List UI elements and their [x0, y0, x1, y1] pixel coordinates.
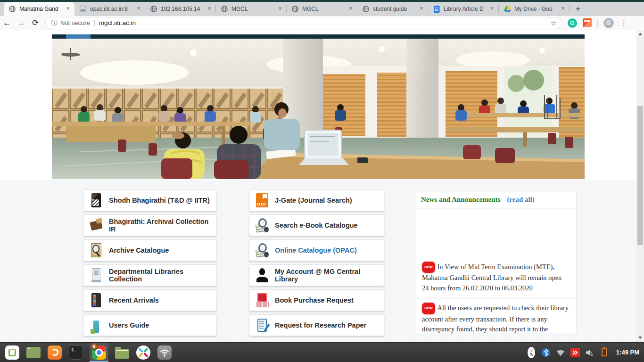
close-icon[interactable]: ×	[488, 5, 496, 13]
quick-link-recent-arrivals[interactable]: Recent Arrivals	[83, 289, 217, 311]
bookshelf-icon	[90, 292, 103, 308]
back-button[interactable]: ←	[0, 18, 14, 28]
scroll-up-arrow-icon[interactable]	[638, 33, 642, 35]
globe-icon	[362, 5, 370, 13]
info-icon[interactable]: ⓘ	[51, 19, 58, 27]
read-all-link[interactable]: (read all)	[507, 196, 534, 204]
news-title: News and Announcements	[421, 196, 500, 204]
volume-muted-icon[interactable]	[585, 348, 594, 357]
slack-tray-icon[interactable]	[528, 349, 535, 356]
tab-ip-address[interactable]: 192.168.105.14 ×	[145, 2, 216, 16]
quick-link-shodh-bhagirathi[interactable]: Shodh Bhagirathi (T&D @ IITR)	[83, 189, 217, 211]
close-icon[interactable]: ×	[276, 5, 284, 13]
webpage-viewport: Shodh Bhagirathi (T&D @ IITR) Bhagirathi…	[0, 31, 644, 342]
quick-links-section: Shodh Bhagirathi (T&D @ IITR) Bhagirathi…	[0, 181, 636, 342]
quick-link-jgate[interactable]: J-Gate (Journal Search)	[249, 189, 384, 211]
quick-link-research-paper[interactable]: Request for Research Paper	[249, 314, 384, 336]
chrome-window-count-badge: 6	[91, 343, 98, 350]
site-nav-active-item[interactable]	[66, 34, 91, 39]
book-search-icon	[256, 242, 269, 258]
address-bar[interactable]: ⓘ Not secure mgcl.iitr.ac.in ☆	[45, 17, 562, 29]
quick-link-label: Archive Catalogue	[109, 247, 169, 254]
tab-mgcl-2[interactable]: MGCL ×	[287, 2, 357, 16]
divider	[597, 19, 598, 27]
quick-link-label: My Account @ MG Central Library	[275, 268, 384, 283]
quick-links-column-left: Shodh Bhagirathi (T&D @ IITR) Bhagirathi…	[83, 189, 217, 339]
quick-link-label: Recent Arrivals	[109, 296, 159, 304]
book-search-icon	[256, 217, 269, 233]
quick-link-label: Book Purchase Request	[275, 296, 354, 304]
wifi-tray-icon[interactable]	[556, 348, 565, 357]
library-photo	[52, 39, 585, 179]
tab-library-article[interactable]: Library Article D ×	[428, 2, 499, 16]
new-badge: new	[422, 303, 435, 314]
news-item-text: In View of Mid Term Examination (MTE), M…	[422, 263, 561, 292]
site-navbar[interactable]	[52, 34, 585, 39]
quick-link-label: Request for Research Paper	[275, 321, 366, 329]
bookmark-star-icon[interactable]: ☆	[551, 19, 557, 27]
tab-title: My Drive - Goo	[514, 6, 556, 12]
url-text[interactable]: mgcl.iitr.ac.in	[99, 19, 551, 26]
tab-opac[interactable]: opac.iitr.ac.in:8 ×	[74, 2, 145, 16]
network-app-launcher[interactable]	[157, 345, 172, 360]
news-panel: News and Announcements (read all) newIn …	[415, 191, 577, 333]
quick-link-archive-catalogue[interactable]: Archive Catalogue	[83, 239, 217, 261]
browser-menu-icon[interactable]: ⋮	[619, 19, 633, 27]
slack-launcher[interactable]	[136, 345, 151, 360]
google-drive-icon	[504, 5, 511, 13]
close-icon[interactable]: ×	[206, 5, 213, 13]
quick-link-label: Departmental Libraries Collection	[109, 268, 216, 283]
close-icon[interactable]: ×	[559, 5, 567, 13]
guide-kiosk-icon	[90, 317, 103, 333]
firefox-launcher[interactable]	[47, 345, 62, 360]
tab-student-guide[interactable]: student guide ×	[357, 2, 428, 16]
close-icon[interactable]: ×	[64, 5, 72, 13]
quick-links-column-middle: J-Gate (Journal Search) Search e-Book Ca…	[249, 189, 384, 339]
tab-title: 192.168.105.14	[161, 6, 202, 12]
quick-link-ebook-catalogue[interactable]: Search e-Book Catalogue	[249, 214, 384, 236]
close-icon[interactable]: ×	[135, 5, 142, 13]
globe-icon	[8, 5, 16, 13]
archive-search-icon	[90, 242, 103, 258]
forward-button[interactable]: →	[14, 18, 28, 28]
reload-button[interactable]: ⟳	[28, 18, 42, 28]
anydesk-icon[interactable]	[570, 348, 580, 357]
globe-icon	[150, 5, 157, 13]
image-icon	[79, 5, 87, 13]
quick-link-label: J-Gate (Journal Search)	[275, 197, 352, 204]
quick-link-opac[interactable]: Online Catalogue (OPAC)	[249, 239, 384, 261]
tab-my-drive[interactable]: My Drive - Goo ×	[499, 2, 570, 16]
taskbar-clock[interactable]: 1:49 PM	[616, 349, 639, 356]
bluetooth-icon[interactable]	[541, 348, 551, 357]
tab-mgcl-1[interactable]: MGCL ×	[216, 2, 287, 16]
chrome-launcher-active[interactable]: 6	[90, 343, 108, 362]
page-scrollbar[interactable]	[636, 31, 644, 342]
scrollbar-thumb[interactable]	[637, 106, 643, 245]
quick-link-my-account[interactable]: My Account @ MG Central Library	[249, 264, 384, 286]
grammarly-extension-icon[interactable]: G	[568, 18, 577, 28]
mint-menu-button[interactable]	[5, 345, 20, 360]
battery-icon[interactable]	[600, 348, 609, 357]
quick-link-departmental-libraries[interactable]: Departmental Libraries Collection	[83, 264, 217, 286]
tab-mahatma-gandhi-library[interactable]: Mahatma Gand ×	[4, 2, 74, 16]
quick-link-label: Bhagirathi: Archival Collection IR	[109, 218, 216, 233]
files-launcher[interactable]	[115, 345, 130, 360]
news-header: News and Announcements (read all)	[415, 191, 577, 208]
close-icon[interactable]: ×	[347, 5, 355, 13]
orange-extension-icon[interactable]	[583, 18, 592, 27]
jgate-icon	[256, 192, 269, 208]
new-tab-button[interactable]: +	[571, 2, 585, 16]
red-book-icon	[256, 292, 269, 308]
person-icon	[256, 267, 269, 283]
close-icon[interactable]: ×	[418, 5, 425, 13]
show-desktop-button[interactable]	[26, 345, 41, 360]
google-docs-icon	[433, 5, 440, 13]
news-item-text: All the users are requested to check the…	[422, 304, 569, 333]
quick-link-users-guide[interactable]: Users Guide	[83, 314, 217, 336]
extensions-area: G ⋮	[568, 18, 633, 28]
profile-avatar[interactable]	[603, 18, 614, 28]
terminal-launcher[interactable]: $_	[68, 345, 83, 360]
quick-link-book-purchase[interactable]: Book Purchase Request	[249, 289, 384, 311]
scroll-down-arrow-icon[interactable]	[638, 337, 642, 339]
quick-link-archival-collection[interactable]: Bhagirathi: Archival Collection IR	[83, 214, 217, 236]
